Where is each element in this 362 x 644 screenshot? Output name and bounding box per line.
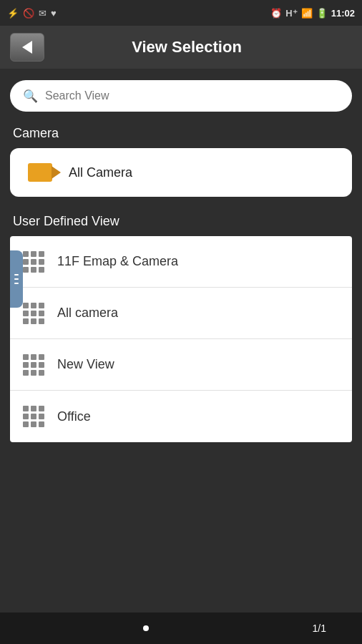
list-item-label: All camera bbox=[57, 306, 118, 321]
status-bar: ⚡ 🚫 ✉ ♥ ⏰ H⁺ 📶 🔋 11:02 bbox=[0, 0, 362, 26]
usb-icon: ⚡ bbox=[7, 8, 19, 19]
grid-icon bbox=[23, 303, 44, 324]
list-item[interactable]: 11F Emap & Camera bbox=[10, 236, 352, 288]
alarm-icon: ⏰ bbox=[270, 8, 282, 19]
search-icon: 🔍 bbox=[23, 89, 38, 104]
network-icon: 📶 bbox=[301, 8, 313, 19]
grid-icon bbox=[23, 354, 44, 376]
grid-icon bbox=[23, 251, 44, 273]
email-icon: ✉ bbox=[39, 8, 47, 19]
list-item[interactable]: All camera bbox=[10, 288, 352, 339]
camera-section-label: Camera bbox=[10, 126, 352, 141]
user-defined-section-label: User Defined View bbox=[10, 214, 352, 229]
scroll-handle[interactable] bbox=[10, 236, 24, 442]
blocked-icon: 🚫 bbox=[23, 8, 34, 19]
search-bar[interactable]: 🔍 bbox=[10, 80, 352, 112]
signal-icon: H⁺ bbox=[285, 8, 297, 19]
list-item-label: 11F Emap & Camera bbox=[57, 254, 178, 269]
battery-icon: 🔋 bbox=[316, 8, 328, 19]
all-camera-label: All Camera bbox=[69, 165, 132, 180]
main-content: 🔍 Camera All Camera User Defined View bbox=[0, 69, 362, 613]
grid-icon bbox=[23, 406, 44, 427]
user-view-list: 11F Emap & Camera All camera New View bbox=[10, 236, 352, 442]
list-item-label: Office bbox=[57, 409, 91, 424]
status-icons-left: ⚡ 🚫 ✉ ♥ bbox=[7, 8, 57, 19]
list-item[interactable]: New View bbox=[10, 339, 352, 391]
camera-icon bbox=[23, 158, 57, 187]
page-indicator: 1/1 bbox=[313, 623, 326, 634]
back-arrow-icon bbox=[22, 41, 32, 54]
camera-all-item[interactable]: All Camera bbox=[10, 148, 352, 197]
time-display: 11:02 bbox=[331, 8, 355, 19]
bottom-bar: 1/1 bbox=[0, 613, 362, 644]
scroll-pill bbox=[10, 250, 23, 308]
list-item-label: New View bbox=[57, 357, 114, 372]
list-item[interactable]: Office bbox=[10, 391, 352, 442]
back-button[interactable] bbox=[10, 33, 44, 62]
status-icons-right: ⏰ H⁺ 📶 🔋 11:02 bbox=[270, 8, 355, 19]
search-input[interactable] bbox=[45, 89, 339, 102]
page-title: View Selection bbox=[56, 38, 318, 57]
nav-dot bbox=[143, 625, 149, 631]
toolbar: View Selection bbox=[0, 26, 362, 69]
health-icon: ♥ bbox=[51, 8, 57, 19]
